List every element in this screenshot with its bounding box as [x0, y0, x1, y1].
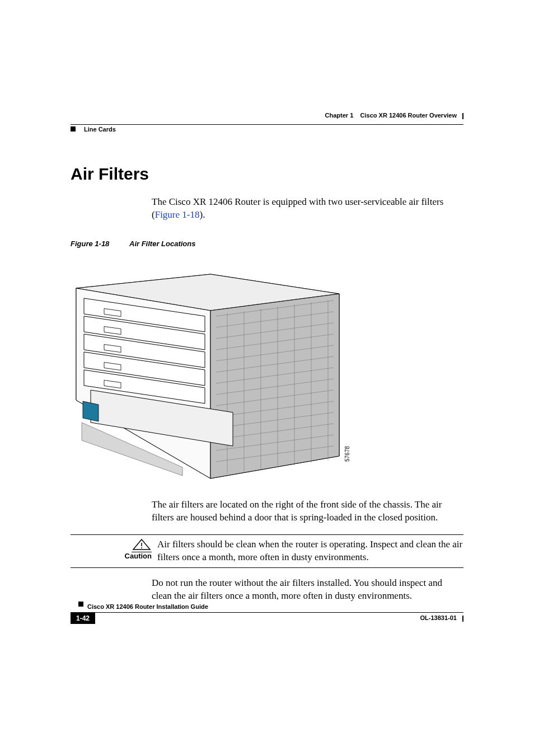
router-diagram-icon: 57678 — [71, 255, 362, 490]
breadcrumb-text: Line Cards — [84, 126, 116, 133]
intro-paragraph: The Cisco XR 12406 Router is equipped wi… — [152, 196, 463, 222]
document-number: OL-13831-01 — [420, 614, 463, 622]
footer-guide-title: Cisco XR 12406 Router Installation Guide — [87, 603, 208, 610]
footer-bar-icon — [462, 616, 463, 622]
figure-title: Air Filter Locations — [129, 240, 195, 248]
square-bullet-icon — [71, 126, 76, 132]
figure-crossref-link[interactable]: Figure 1-18 — [155, 209, 200, 220]
caution-triangle-icon — [132, 538, 152, 552]
caution-block: Caution Air filters should be clean when… — [71, 534, 463, 568]
chapter-heading: Chapter 1 Cisco XR 12406 Router Overview — [325, 112, 463, 119]
chapter-title: Cisco XR 12406 Router Overview — [360, 112, 457, 119]
figure-number: Figure 1-18 — [71, 240, 129, 248]
square-bullet-icon — [78, 602, 83, 607]
intro-text-suffix: ). — [199, 209, 205, 220]
chapter-label: Chapter 1 — [325, 112, 354, 119]
page-footer: Cisco XR 12406 Router Installation Guide… — [71, 601, 463, 625]
section-heading: Air Filters — [71, 165, 463, 184]
header-rule — [71, 124, 463, 125]
figure-annotation-id: 57678 — [344, 446, 350, 462]
paragraph-after-figure: The air filters are located on the right… — [152, 499, 463, 524]
svg-marker-3 — [210, 294, 339, 478]
breadcrumb: Line Cards — [71, 126, 463, 134]
svg-marker-36 — [83, 401, 99, 421]
paragraph-after-caution: Do not run the router without the air fi… — [152, 577, 463, 603]
page-number: 1-42 — [71, 613, 95, 624]
caution-text: Air filters should be clean when the rou… — [157, 538, 463, 564]
figure-image: 57678 — [71, 255, 362, 490]
page-header: Chapter 1 Cisco XR 12406 Router Overview — [71, 112, 463, 122]
svg-point-41 — [141, 547, 142, 548]
header-bar-icon — [462, 113, 463, 119]
caution-label: Caution — [125, 552, 152, 560]
figure-caption: Figure 1-18Air Filter Locations — [71, 240, 463, 248]
